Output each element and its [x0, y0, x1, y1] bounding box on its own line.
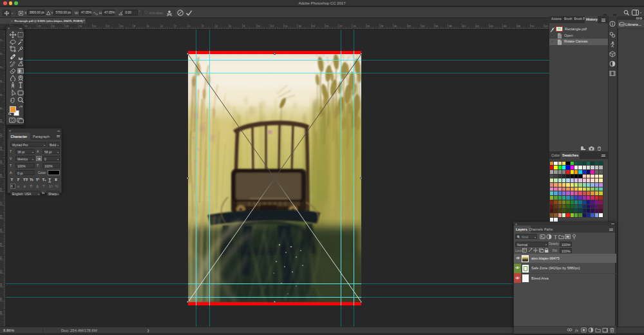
svg-text:T: T — [554, 234, 557, 239]
svg-text:fx: fx — [575, 328, 579, 333]
